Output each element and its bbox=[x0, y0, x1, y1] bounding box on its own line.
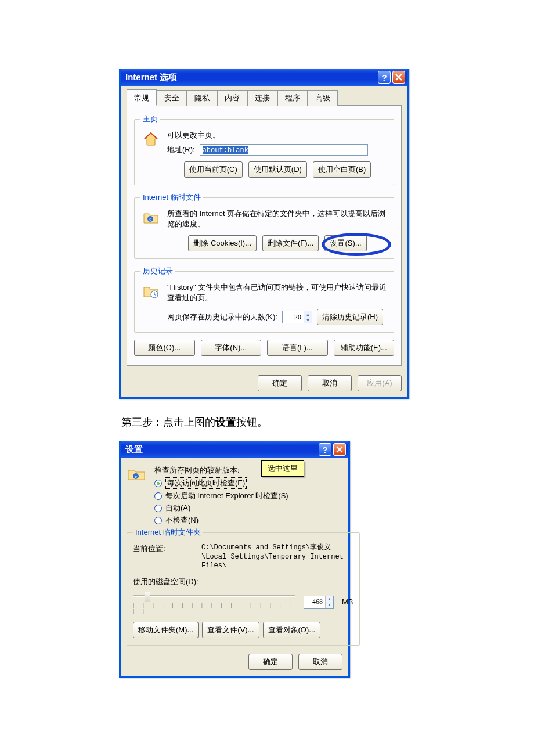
cancel-button[interactable]: 取消 bbox=[308, 375, 352, 391]
group-history: 历史记录 "History" 文件夹中包含有已访问页的链接，可使用户快速访问最近… bbox=[134, 266, 394, 333]
close-icon bbox=[336, 446, 343, 453]
settings-button[interactable]: 设置(S)... bbox=[324, 235, 366, 251]
settings-cancel-button[interactable]: 取消 bbox=[298, 654, 342, 670]
address-value: about:blank bbox=[203, 146, 248, 154]
address-field[interactable]: about:blank bbox=[200, 144, 368, 156]
svg-text:e: e bbox=[149, 217, 151, 222]
radio-every-start[interactable] bbox=[154, 492, 162, 500]
clear-history-button[interactable]: 清除历史记录(H) bbox=[317, 309, 383, 325]
titlebar[interactable]: Internet 选项 ? bbox=[121, 69, 407, 86]
group-tempfiles-legend: Internet 临时文件 bbox=[140, 192, 203, 203]
radio-never-label[interactable]: 不检查(N) bbox=[165, 515, 199, 525]
tab-strip: 常规 安全 隐私 内容 连接 程序 高级 bbox=[127, 89, 402, 106]
settings-ok-button[interactable]: 确定 bbox=[248, 654, 293, 670]
settings-window-title: 设置 bbox=[125, 444, 317, 455]
disk-space-label: 使用的磁盘空间(D): bbox=[133, 577, 353, 587]
accessibility-button[interactable]: 辅助功能(E)... bbox=[334, 340, 395, 356]
disk-space-unit: MB bbox=[342, 597, 353, 606]
group-homepage-legend: 主页 bbox=[140, 114, 160, 124]
settings-dialog: 设置 ? 选中这里 e 检查所存网页的较新版本: 每次访问此页时检查(E) 每次… bbox=[119, 441, 350, 678]
close-button-2[interactable] bbox=[333, 443, 346, 456]
step-caption: 第三步：点击上图的设置按钮。 bbox=[121, 415, 409, 429]
ok-button[interactable]: 确定 bbox=[258, 375, 302, 391]
radio-every-start-label[interactable]: 每次启动 Internet Explorer 时检查(S) bbox=[165, 491, 288, 501]
delete-cookies-button[interactable]: 删除 Cookies(I)... bbox=[188, 235, 257, 251]
tempfiles-desc: 所查看的 Internet 页存储在特定的文件夹中，这样可以提高以后浏览的速度。 bbox=[167, 208, 388, 229]
history-icon bbox=[140, 282, 161, 325]
help-button[interactable]: ? bbox=[378, 71, 391, 84]
history-days-input[interactable] bbox=[283, 313, 304, 322]
group-tempfiles: Internet 临时文件 e 所查看的 Internet 页存储在特定的文件夹… bbox=[134, 192, 394, 259]
help-button-2[interactable]: ? bbox=[319, 443, 331, 456]
radio-every-visit[interactable] bbox=[154, 480, 162, 487]
tab-security[interactable]: 安全 bbox=[157, 90, 187, 106]
disk-space-slider[interactable] bbox=[133, 593, 295, 601]
spinner-up-icon[interactable]: ▲ bbox=[304, 311, 312, 317]
current-location-value: C:\Documents and Settings\李俊义\Local Sett… bbox=[201, 543, 353, 571]
tab-advanced[interactable]: 高级 bbox=[308, 90, 338, 106]
radio-auto-label[interactable]: 自动(A) bbox=[165, 503, 190, 513]
tab-programs[interactable]: 程序 bbox=[277, 90, 308, 106]
hint-select-here: 选中这里 bbox=[261, 460, 304, 477]
current-location-label: 当前位置: bbox=[133, 543, 197, 554]
address-label: 地址(R): bbox=[167, 145, 195, 155]
spinner-down-icon[interactable]: ▼ bbox=[325, 602, 333, 608]
window-title: Internet 选项 bbox=[125, 72, 376, 83]
move-folder-button[interactable]: 移动文件夹(M)... bbox=[133, 622, 199, 638]
tab-content[interactable]: 内容 bbox=[217, 90, 247, 106]
group-tempfolder: Internet 临时文件夹 当前位置: C:\Documents and Se… bbox=[127, 527, 360, 646]
radio-every-visit-label[interactable]: 每次访问此页时检查(E) bbox=[165, 477, 247, 489]
colors-button[interactable]: 颜色(O)... bbox=[134, 340, 195, 356]
internet-options-dialog: Internet 选项 ? 常规 安全 隐私 内容 连接 程序 高级 主页 bbox=[119, 69, 409, 399]
use-current-button[interactable]: 使用当前页(C) bbox=[184, 161, 243, 178]
svg-text:e: e bbox=[135, 474, 137, 479]
history-desc: "History" 文件夹中包含有已访问页的链接，可使用户快速访问最近查看过的页… bbox=[167, 282, 388, 303]
disk-space-spinner[interactable]: ▲ ▼ bbox=[304, 596, 334, 609]
apply-button[interactable]: 应用(A) bbox=[358, 375, 402, 391]
view-files-button[interactable]: 查看文件(V)... bbox=[202, 622, 259, 638]
tab-connections[interactable]: 连接 bbox=[247, 90, 277, 106]
radio-never[interactable] bbox=[154, 517, 162, 524]
tab-privacy[interactable]: 隐私 bbox=[187, 90, 217, 106]
spinner-down-icon[interactable]: ▼ bbox=[304, 317, 312, 323]
check-newer-header: 检查所存网页的较新版本: bbox=[154, 465, 342, 476]
radio-auto[interactable] bbox=[154, 505, 162, 512]
view-objects-button[interactable]: 查看对象(O)... bbox=[263, 622, 321, 638]
slider-ticks: | | | | | | | | | | | | | | | | | | | bbox=[133, 602, 295, 614]
disk-space-input[interactable] bbox=[304, 597, 325, 606]
group-homepage: 主页 可以更改主页。 地址(R): about:blank bbox=[134, 114, 394, 185]
tab-general[interactable]: 常规 bbox=[127, 89, 157, 106]
languages-button[interactable]: 语言(L)... bbox=[267, 340, 328, 356]
fonts-button[interactable]: 字体(N)... bbox=[201, 340, 262, 356]
close-icon bbox=[395, 74, 402, 81]
history-days-label: 网页保存在历史记录中的天数(K): bbox=[167, 312, 277, 322]
tab-panel-general: 主页 可以更改主页。 地址(R): about:blank bbox=[127, 105, 402, 366]
group-history-legend: 历史记录 bbox=[140, 266, 175, 276]
home-icon bbox=[140, 130, 161, 156]
delete-files-button[interactable]: 删除文件(F)... bbox=[262, 235, 319, 251]
folder-ie-icon-2: e bbox=[127, 465, 150, 483]
use-blank-button[interactable]: 使用空白页(B) bbox=[313, 161, 371, 178]
titlebar-settings[interactable]: 设置 ? bbox=[121, 441, 348, 458]
spinner-up-icon[interactable]: ▲ bbox=[325, 596, 333, 602]
group-tempfolder-legend: Internet 临时文件夹 bbox=[133, 527, 203, 538]
folder-ie-icon: e bbox=[140, 208, 161, 229]
history-days-spinner[interactable]: ▲ ▼ bbox=[282, 311, 312, 323]
homepage-desc: 可以更改主页。 bbox=[167, 130, 388, 141]
use-default-button[interactable]: 使用默认页(D) bbox=[248, 161, 307, 178]
close-button[interactable] bbox=[392, 71, 405, 84]
